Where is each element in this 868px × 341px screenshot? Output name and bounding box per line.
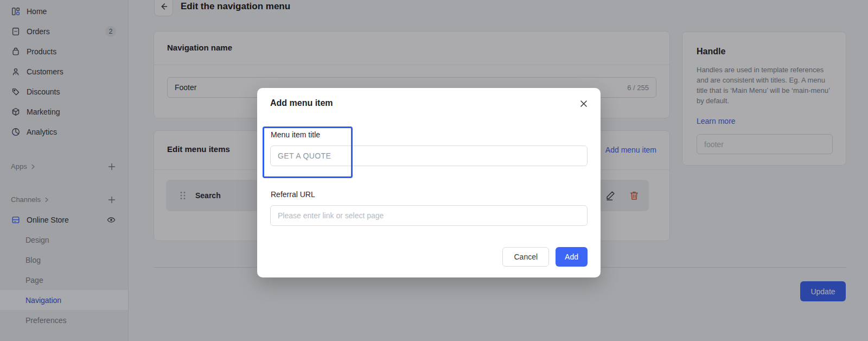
menu-item-title-input[interactable] [271, 151, 587, 160]
menu-item-title-label: Menu item title [271, 130, 320, 139]
menu-item-title-field [270, 146, 588, 166]
cancel-button[interactable]: Cancel [502, 247, 549, 267]
add-menu-item-modal: Add menu item Menu item title Referral U… [257, 88, 601, 277]
referral-url-field [270, 205, 588, 226]
modal-title: Add menu item [270, 98, 333, 108]
add-button[interactable]: Add [556, 247, 588, 267]
modal-actions: Cancel Add [502, 247, 588, 267]
close-icon[interactable] [579, 99, 589, 109]
referral-url-input[interactable] [271, 211, 587, 220]
referral-url-label: Referral URL [271, 190, 315, 199]
